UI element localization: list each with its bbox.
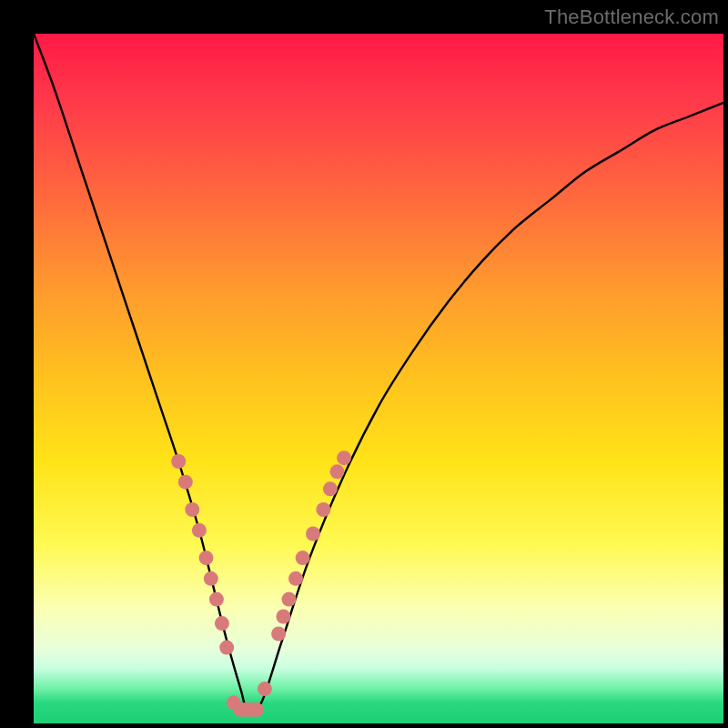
highlight-dot [171, 454, 186, 469]
highlight-dot [219, 641, 234, 655]
watermark-text: TheBottleneck.com [544, 5, 719, 29]
highlight-dot [215, 616, 229, 631]
plot-area [34, 34, 723, 723]
chart-stage: TheBottleneck.com [0, 0, 728, 728]
highlight-dot [276, 610, 290, 624]
highlight-dot [316, 502, 330, 517]
highlight-dot [258, 682, 272, 696]
bottleneck-curve [34, 34, 723, 712]
highlight-dot [185, 502, 199, 517]
highlight-dot [204, 571, 218, 586]
highlight-dot [306, 527, 320, 541]
highlight-dot [330, 464, 345, 479]
highlight-dot [199, 551, 214, 565]
chart-svg [34, 34, 723, 723]
highlight-dot [249, 703, 264, 717]
highlight-dot [178, 475, 193, 490]
highlight-dot [209, 592, 224, 607]
highlight-dot [192, 523, 207, 538]
highlight-dot [296, 551, 310, 565]
highlight-dots-group [171, 450, 351, 717]
highlight-dot [282, 592, 297, 607]
highlight-dot [288, 571, 303, 586]
highlight-dot [271, 627, 286, 642]
highlight-dot [323, 481, 338, 496]
highlight-dot [337, 450, 351, 465]
